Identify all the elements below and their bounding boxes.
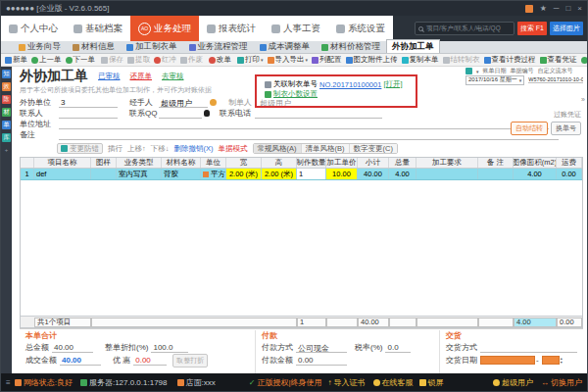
select-picture-button[interactable]: 选择图片	[550, 22, 583, 35]
tab-garment-order[interactable]: 加工制衣单	[121, 39, 183, 53]
print-button[interactable]: 打印▾	[235, 55, 266, 65]
new-doc-button[interactable]: 新单	[3, 55, 29, 65]
nav-report-stats[interactable]: 报表统计	[199, 16, 264, 41]
linked-number-link[interactable]: NO.201710100001	[319, 80, 381, 89]
theme-icon[interactable]: ★	[540, 4, 547, 13]
copy-doc-button[interactable]: 复制本单	[400, 55, 441, 65]
style-list-button[interactable]: 清单风格(B)	[301, 144, 349, 153]
cell-width[interactable]: 2.00 (米)	[226, 169, 262, 179]
sidebar-shortcut[interactable]: 材	[2, 108, 11, 117]
tab-business-wizard[interactable]: 业务向导	[13, 39, 67, 53]
qq-field[interactable]	[159, 109, 202, 119]
import-cert-button[interactable]: ↑导入证书	[328, 377, 366, 388]
sidebar-shortcut[interactable]: 单	[2, 121, 11, 129]
handler-field[interactable]: 超级用户	[159, 98, 208, 108]
tax-field[interactable]: 0.0	[385, 343, 411, 353]
nav-personal-center[interactable]: 个人中心	[1, 16, 66, 41]
pay-method-field[interactable]: 公司现金	[296, 343, 347, 353]
sidebar-shortcut[interactable]: 知	[2, 70, 11, 78]
gift-icon[interactable]	[525, 5, 533, 13]
prev-doc-button[interactable]: 上一单	[29, 55, 64, 65]
cell-note[interactable]	[478, 169, 514, 179]
delivery-method-field[interactable]	[480, 343, 577, 353]
red-flush-button[interactable]: 红冲	[152, 55, 178, 65]
table-empty-area[interactable]	[21, 180, 582, 316]
cell-height[interactable]: 2.00 (米)	[262, 169, 297, 179]
modify-button[interactable]: 改单	[207, 55, 233, 65]
style-digit-button[interactable]: 数字变更(C)	[349, 144, 397, 153]
audited-link[interactable]: 已审核	[98, 72, 121, 81]
col-header-subtotal[interactable]: 小计	[358, 158, 389, 168]
minimize-button[interactable]: ─	[554, 4, 560, 13]
off-field[interactable]: 0.00	[133, 356, 167, 366]
nav-base-archives[interactable]: 基础档案	[66, 16, 130, 41]
column-config-button[interactable]: 列配置	[310, 55, 344, 65]
col-header-requirement[interactable]: 加工要求	[416, 158, 478, 168]
paid-field[interactable]: 0.00	[296, 356, 347, 366]
phone-field[interactable]	[255, 109, 382, 119]
tab-cost-adjust[interactable]: 成本调整单	[254, 39, 317, 53]
nav-business-process[interactable]: AO业务处理	[130, 16, 199, 41]
move-up-link[interactable]: 上移↑	[127, 144, 146, 154]
insert-row-link[interactable]: 插行	[108, 144, 122, 154]
discount-field[interactable]: 100.0	[151, 343, 188, 353]
col-header-width[interactable]: 宽	[226, 158, 262, 168]
col-header-total[interactable]: 总量	[389, 158, 416, 168]
exit-button[interactable]: 退出	[579, 55, 587, 65]
col-header-biztype[interactable]: 业务类型	[117, 158, 162, 168]
remark-field[interactable]	[59, 130, 559, 140]
delete-undo-link[interactable]: 删除撤销(X)	[174, 144, 214, 154]
qq-icon[interactable]	[204, 110, 210, 117]
close-button[interactable]: ×	[577, 4, 582, 13]
expand-icon[interactable]: »	[581, 96, 585, 103]
table-row[interactable]: 1 def 室内写真 背胶 平方 2.00 (米) 2.00 (米) 1 10.…	[21, 169, 582, 180]
doc-no-value[interactable]: W5760-20171010-10-0012	[528, 76, 583, 83]
doc-mode-link[interactable]: 单据模式	[219, 144, 248, 154]
sidebar-shortcut[interactable]: 效	[2, 82, 11, 91]
decimal-settings-link[interactable]: 制衣小数设置	[273, 89, 318, 99]
next-doc-button[interactable]: 下一单	[64, 55, 98, 65]
cell-material[interactable]: 背胶	[162, 169, 201, 179]
view-fee-process-button[interactable]: 查看计费过程	[482, 55, 538, 65]
tab-business-flow[interactable]: 业务流程管理	[183, 39, 254, 53]
change-guard-button[interactable]: 变更防错	[57, 143, 103, 154]
extract-button[interactable]: 提取	[125, 55, 152, 65]
void-button[interactable]: 作废	[178, 55, 205, 65]
search-input[interactable]: 项目/客户/联系人/电话/QQ	[415, 22, 514, 35]
tab-material-price[interactable]: 材料价格管理	[316, 39, 386, 53]
sidebar-shortcut[interactable]: 陈	[2, 95, 11, 104]
cell-biztype[interactable]: 室内写真	[117, 169, 162, 179]
col-header-freight[interactable]: 运费	[557, 158, 582, 168]
cell-project[interactable]: def	[34, 169, 91, 179]
col-header-area[interactable]: 图像面积(m2)	[514, 158, 557, 168]
unit-field[interactable]: 3	[59, 98, 118, 108]
cell-unit[interactable]: 平方	[201, 169, 226, 179]
col-header-unit[interactable]: 单位	[201, 158, 226, 168]
contact-field[interactable]	[59, 109, 118, 119]
attachment-upload-button[interactable]: 图文附件上传	[344, 55, 400, 65]
delivery-time-field[interactable]	[542, 356, 560, 365]
menu-icon[interactable]: ≡	[6, 378, 11, 387]
round-discount-button[interactable]: 取整打折	[172, 354, 208, 368]
col-header-pattern[interactable]: 图样	[91, 158, 117, 168]
doc-date-select[interactable]: 2017/10/16 星期一▾	[466, 75, 524, 85]
chevron-down-icon[interactable]: ▾	[476, 69, 479, 74]
current-user[interactable]: 超级用户	[493, 377, 533, 388]
cell-pattern[interactable]	[91, 169, 117, 179]
lock-screen-button[interactable]: 锁屏	[419, 377, 444, 388]
nav-system-settings[interactable]: 系统设置	[328, 16, 393, 41]
col-header-material[interactable]: 材料名称	[162, 158, 201, 168]
save-button[interactable]: 保存	[99, 55, 125, 65]
renumber-button[interactable]: 换单号	[551, 122, 581, 135]
printer-icon[interactable]	[466, 68, 472, 74]
unaudit-link[interactable]: 去审核	[162, 72, 184, 81]
style-normal-button[interactable]: 常规风格(A)	[254, 144, 301, 153]
delivery-date-field[interactable]	[480, 356, 535, 365]
online-service-button[interactable]: 在线客服	[373, 377, 414, 388]
stepper-icon[interactable]: ▴▾	[561, 357, 563, 365]
import-export-button[interactable]: 导入导出▾	[266, 55, 311, 65]
cell-qty[interactable]: 1	[297, 169, 326, 179]
add-shortcut-button[interactable]: +	[2, 146, 11, 155]
restore-link[interactable]: 还原单	[130, 72, 153, 81]
maximize-button[interactable]: □	[565, 4, 570, 13]
